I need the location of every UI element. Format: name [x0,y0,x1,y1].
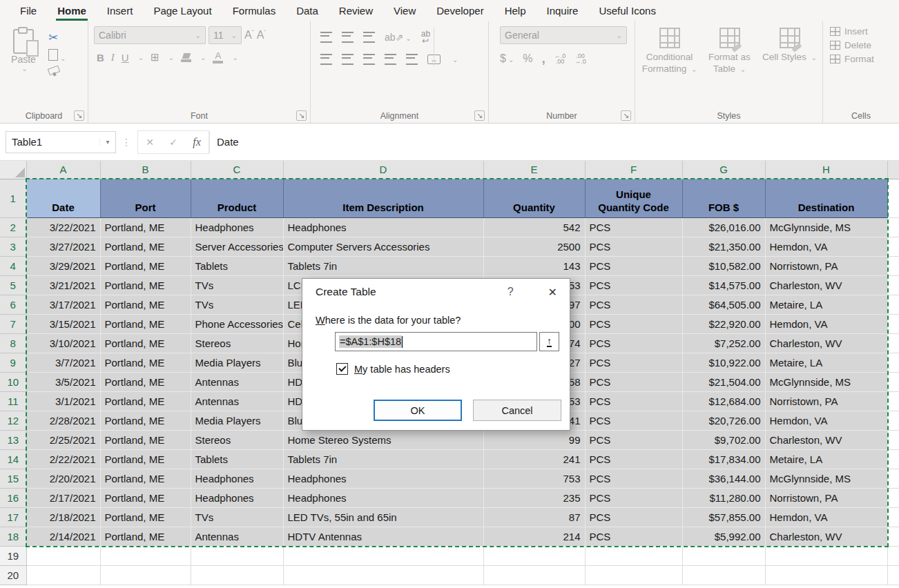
cell-D20[interactable] [283,565,483,585]
paste-dropdown-icon[interactable]: ⌄ [21,65,27,72]
cell-F8[interactable]: PCS [585,333,682,353]
cell-C13[interactable]: Stereos [191,430,283,449]
cell-I1[interactable] [887,179,899,217]
row-header-3[interactable]: 3 [0,237,26,256]
cell-F5[interactable]: PCS [585,275,682,295]
cell-G8[interactable]: $7,252.00 [682,333,765,353]
cell-I5[interactable] [887,275,899,295]
cell-A5[interactable]: 3/21/2021 [26,275,100,295]
align-right-icon[interactable] [363,54,375,65]
col-header-A[interactable]: A [26,161,100,179]
cell-I3[interactable] [887,237,899,256]
cell-A13[interactable]: 2/25/2021 [26,430,100,449]
tab-data[interactable]: Data [286,0,329,21]
cell-H6[interactable]: Metaire, LA [765,295,887,314]
cell-E20[interactable] [483,565,585,585]
cell-C11[interactable]: Antennas [191,391,283,411]
formula-input[interactable]: Date [209,131,899,153]
cell-H13[interactable]: Charleston, WV [765,430,887,449]
cell-B10[interactable]: Portland, ME [100,372,191,391]
cell-A8[interactable]: 3/10/2021 [26,333,100,353]
col-header-B[interactable]: B [100,161,191,179]
fill-color-button[interactable] [181,53,191,62]
cell-B15[interactable]: Portland, ME [100,469,191,488]
cell-H18[interactable]: Charleston, WV [765,527,887,546]
cell-G17[interactable]: $57,855.00 [682,507,765,527]
cell-G11[interactable]: $12,684.00 [682,391,765,411]
cell-B1[interactable]: Port [100,179,191,217]
cell-D4[interactable]: Tablets 7in [283,256,483,275]
cell-F6[interactable]: PCS [585,295,682,314]
borders-dropdown-icon[interactable]: ⌄ [168,54,174,61]
cell-F11[interactable]: PCS [585,391,682,411]
row-header-8[interactable]: 8 [0,333,26,353]
row-header-19[interactable]: 19 [0,546,26,565]
cell-G12[interactable]: $20,726.00 [682,411,765,430]
cell-E3[interactable]: 2500 [483,237,585,256]
cell-H14[interactable]: Metaire, LA [765,449,887,469]
cell-H1[interactable]: Destination [765,179,887,217]
cell-C15[interactable]: Headphones [191,469,283,488]
cell-G14[interactable]: $17,834.00 [682,449,765,469]
cell-A14[interactable]: 2/22/2021 [26,449,100,469]
name-box[interactable]: Table1 ▾ [6,131,116,153]
cell-E15[interactable]: 753 [483,469,585,488]
cell-I15[interactable] [887,469,899,488]
cell-F4[interactable]: PCS [585,256,682,275]
cell-I2[interactable] [887,217,899,237]
font-dialog-launcher-icon[interactable]: ↘ [296,110,307,121]
increase-font-size-button[interactable]: Aˆ [244,29,254,41]
tab-page-layout[interactable]: Page Layout [143,0,222,21]
cell-G7[interactable]: $22,920.00 [682,314,765,333]
cell-F14[interactable]: PCS [585,449,682,469]
cell-C12[interactable]: Media Players [191,411,283,430]
format-painter-icon[interactable] [48,66,60,76]
cell-F3[interactable]: PCS [585,237,682,256]
cell-F12[interactable]: PCS [585,411,682,430]
cell-I19[interactable] [887,546,899,565]
cell-H16[interactable]: Norristown, PA [765,488,887,507]
cell-E14[interactable]: 241 [483,449,585,469]
align-center-icon[interactable] [342,54,354,65]
cell-I10[interactable] [887,372,899,391]
cell-H19[interactable] [765,546,887,565]
cell-B4[interactable]: Portland, ME [100,256,191,275]
cancel-entry-icon[interactable]: ✕ [138,137,162,148]
cell-A1[interactable]: Date [26,179,100,217]
cell-A18[interactable]: 2/14/2021 [26,527,100,546]
tab-useful-icons[interactable]: Useful Icons [588,0,666,21]
underline-button[interactable]: U [122,52,129,63]
cell-I20[interactable] [887,565,899,585]
cell-C3[interactable]: Server Accessories [191,237,283,256]
clipboard-dialog-launcher-icon[interactable]: ↘ [74,110,84,121]
cell-I8[interactable] [887,333,899,353]
col-header-C[interactable]: C [191,161,283,179]
decrease-font-size-button[interactable]: Aˇ [257,29,267,41]
tab-view[interactable]: View [383,0,426,21]
accounting-format-button[interactable]: $⌄ [500,52,514,65]
font-size-select[interactable]: 11 ⌄ [209,26,242,44]
cell-F16[interactable]: PCS [585,488,682,507]
cell-F10[interactable]: PCS [585,372,682,391]
cell-I16[interactable] [887,488,899,507]
cell-D19[interactable] [283,546,483,565]
cell-C18[interactable]: Antennas [191,527,283,546]
copy-button[interactable]: ⌄ [48,49,66,63]
tab-formulas[interactable]: Formulas [222,0,287,21]
row-header-6[interactable]: 6 [0,295,26,314]
row-header-11[interactable]: 11 [0,391,26,411]
cell-I18[interactable] [887,527,899,546]
cell-B20[interactable] [100,565,191,585]
merge-dropdown-icon[interactable]: ⌄ [452,56,458,63]
cancel-button[interactable]: Cancel [473,400,561,421]
row-header-1[interactable]: 1 [0,179,26,217]
cell-A4[interactable]: 3/29/2021 [26,256,100,275]
cell-I13[interactable] [887,430,899,449]
collapse-dialog-button[interactable]: ↑ [539,332,559,351]
cell-B8[interactable]: Portland, ME [100,333,191,353]
headers-checkbox[interactable] [336,363,348,375]
align-bottom-icon[interactable] [363,32,375,43]
cell-F13[interactable]: PCS [585,430,682,449]
insert-function-icon[interactable]: fx [185,136,209,148]
cell-A16[interactable]: 2/17/2021 [26,488,100,507]
